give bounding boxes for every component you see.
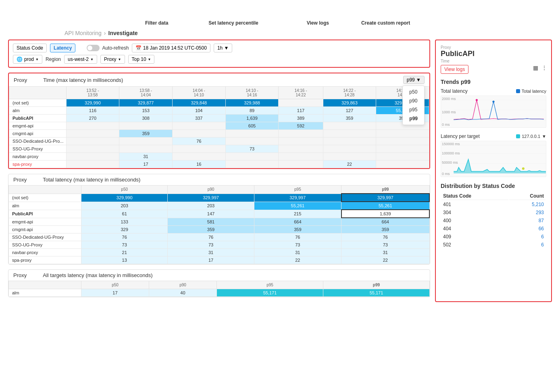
proxy-name: SSO-UG-Proxy bbox=[9, 241, 81, 249]
p99-selector-button[interactable]: p99 ▼ bbox=[403, 76, 425, 84]
total-latency-chart-section: Total latency Total latency 2000 ms 1000… bbox=[441, 88, 546, 128]
table-cell: 73 bbox=[341, 241, 429, 249]
table-cell: 22 bbox=[254, 256, 341, 264]
proxy-name: PublicAPI bbox=[9, 210, 81, 218]
table1-title: Time (max latency in milliseconds) bbox=[43, 77, 123, 83]
table-row: (not set) 329,990 329,997 329,997 329,99… bbox=[9, 194, 430, 202]
right-proxy-label: Proxy bbox=[441, 45, 546, 50]
table-row: navbar-proxy 21 31 31 31 bbox=[9, 249, 430, 256]
total-latency-chart-label: Total latency bbox=[441, 88, 468, 94]
table-cell: 133 bbox=[81, 218, 168, 226]
dist-count: 6 bbox=[509, 241, 546, 248]
table-cell bbox=[119, 145, 173, 153]
table-cell bbox=[323, 145, 376, 153]
p50-option[interactable]: p50 bbox=[403, 88, 424, 96]
set-latency-annotation: Set latency percentile bbox=[208, 20, 258, 26]
filter-data-annotation: Filter data bbox=[145, 20, 168, 26]
breadcrumb-arrow: › bbox=[104, 30, 106, 36]
proxy-name: SSO-UG-Proxy bbox=[9, 145, 67, 153]
dist-count: 66 bbox=[509, 225, 546, 232]
table-cell bbox=[66, 153, 119, 161]
latency-per-target-label: Latency per target bbox=[441, 133, 480, 139]
p99-option[interactable]: p99 bbox=[403, 114, 424, 123]
table-cell: 127 bbox=[323, 107, 376, 115]
total-latency-table: p50 p90 p95 p99 (not set) 329,990 329,99… bbox=[8, 185, 430, 264]
dist-count: 293 bbox=[509, 209, 546, 216]
table-cell: 76 bbox=[341, 234, 429, 241]
table-row: SSO-Dedicated-UG-Proxy 76 76 76 76 bbox=[9, 234, 430, 241]
table-cell: 203 bbox=[81, 202, 168, 210]
p95-option[interactable]: p95 bbox=[403, 105, 424, 114]
chart1-y-mid: 1000 ms bbox=[442, 110, 456, 114]
table-cell bbox=[279, 153, 323, 161]
dist-row: 400 87 bbox=[441, 217, 545, 224]
table-cell bbox=[66, 122, 119, 130]
table-row: PublicAPI 61 147 215 1,639 bbox=[9, 210, 430, 218]
p90-option[interactable]: p90 bbox=[403, 96, 424, 105]
view-logs-button[interactable]: View logs bbox=[441, 65, 468, 74]
dist-col2-header: Count bbox=[509, 192, 546, 200]
table-cell: 592 bbox=[279, 122, 323, 130]
table-cell bbox=[323, 130, 376, 138]
proxy-name: (not set) bbox=[9, 99, 67, 107]
table-cell bbox=[172, 153, 225, 161]
table-row: SSO-UG-Proxy 73 bbox=[9, 145, 429, 153]
table-cell: 73 bbox=[81, 241, 168, 249]
total-latency-legend-label: Total latency bbox=[522, 89, 546, 94]
auto-refresh-toggle[interactable] bbox=[87, 45, 100, 51]
table-cell: 31 bbox=[168, 249, 254, 256]
table-cell bbox=[66, 161, 119, 168]
table3-proxy-header: Proxy bbox=[13, 272, 27, 278]
proxy-name: spa-proxy bbox=[9, 256, 81, 264]
th-p50-3: p50 bbox=[81, 281, 149, 289]
dist-count: 87 bbox=[509, 217, 546, 224]
table-cell bbox=[66, 145, 119, 153]
table-cell: 329,997 bbox=[254, 194, 341, 202]
dist-row: 404 66 bbox=[441, 225, 545, 232]
distribution-table: Status Code Count 401 5,210 304 293 400 bbox=[441, 192, 546, 249]
latency-button[interactable]: Latency bbox=[50, 44, 75, 52]
table-row: SSO-UG-Proxy 73 73 73 73 bbox=[9, 241, 430, 249]
metric-details-icon[interactable]: ▦ bbox=[533, 65, 538, 71]
table-cell bbox=[225, 161, 279, 168]
right-time-label: Time bbox=[441, 59, 546, 63]
date-picker-button[interactable]: 📅 18 Jan 2019 14:52 UTC-0500 bbox=[132, 44, 210, 52]
table-cell bbox=[225, 153, 279, 161]
table-cell bbox=[225, 130, 279, 138]
more-options-icon[interactable]: ⋮ bbox=[541, 65, 547, 71]
th-p99-3: p99 bbox=[323, 281, 429, 289]
table-cell: 359 bbox=[254, 226, 341, 234]
table-cell: 117 bbox=[279, 107, 323, 115]
table-cell bbox=[172, 130, 225, 138]
chart2-y-low: 50000 ms bbox=[442, 161, 458, 165]
top10-dropdown[interactable]: Top 10 bbox=[128, 55, 155, 64]
table-cell: 147 bbox=[168, 210, 254, 218]
th-p99: p99 bbox=[341, 186, 429, 194]
table-cell: 203 bbox=[168, 202, 254, 210]
table-cell: 89 bbox=[225, 107, 279, 115]
right-panel-icons: ▦ ⋮ bbox=[533, 65, 547, 71]
right-proxy-name: PublicAPI bbox=[441, 50, 546, 58]
time-range-button[interactable]: 1h ▼ bbox=[214, 44, 233, 52]
target-dropdown-arrow[interactable]: ▼ bbox=[542, 134, 546, 139]
table-cell: 16 bbox=[172, 161, 225, 168]
target-svg bbox=[441, 141, 546, 175]
status-code-button[interactable]: Status Code bbox=[13, 44, 47, 52]
table2-proxy-header: Proxy bbox=[13, 177, 27, 183]
prod-dropdown[interactable]: 🌐 prod bbox=[13, 55, 42, 64]
breadcrumb-current: Investigate bbox=[108, 30, 138, 36]
table-cell: 17 bbox=[81, 289, 149, 297]
table3-title: All targets latency (max latency in mill… bbox=[43, 272, 152, 278]
target-legend-label: 127.0.0.1 bbox=[522, 134, 540, 139]
dist-row: 401 5,210 bbox=[441, 201, 545, 208]
table-cell: 17 bbox=[119, 161, 173, 168]
region-dropdown[interactable]: us-west-2 bbox=[64, 55, 97, 64]
p-selector-dropdown: p50 p90 p95 p99 bbox=[402, 85, 425, 125]
table-cell bbox=[323, 153, 376, 161]
proxy-name: spa-proxy bbox=[9, 161, 67, 168]
table-cell: 329,990 bbox=[81, 194, 168, 202]
total-latency-svg bbox=[441, 96, 546, 124]
proxy-dropdown[interactable]: Proxy bbox=[100, 55, 125, 64]
th-t6: 14:22 -14:28 bbox=[323, 87, 376, 99]
th-t5: 14:16 -14:22 bbox=[279, 87, 323, 99]
